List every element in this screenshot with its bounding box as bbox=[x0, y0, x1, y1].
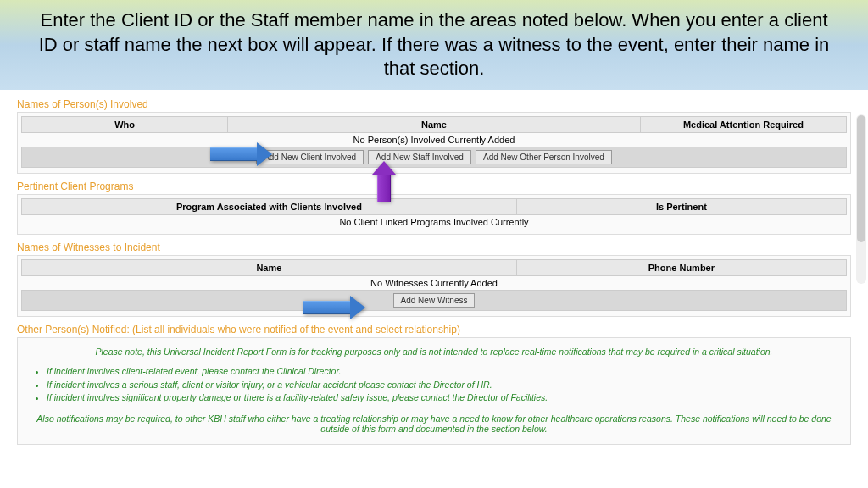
witnesses-section-title: Names of Witnesses to Incident bbox=[17, 238, 851, 255]
scrollbar-thumb[interactable] bbox=[857, 115, 865, 242]
persons-section: Who Name Medical Attention Required No P… bbox=[17, 112, 851, 174]
witnesses-table: Name Phone Number No Witnesses Currently… bbox=[21, 259, 847, 311]
instruction-banner: Enter the Client ID or the Staff member … bbox=[0, 0, 868, 90]
arrow-right-icon bbox=[210, 142, 272, 166]
add-witness-button[interactable]: Add New Witness bbox=[393, 293, 476, 308]
programs-table: Program Associated with Clients Involved… bbox=[21, 198, 847, 229]
arrow-up-icon bbox=[372, 161, 396, 202]
programs-section: Program Associated with Clients Involved… bbox=[17, 194, 851, 235]
scrollbar[interactable] bbox=[856, 114, 866, 284]
persons-table: Who Name Medical Attention Required No P… bbox=[21, 116, 847, 168]
witnesses-section: Name Phone Number No Witnesses Currently… bbox=[17, 255, 851, 317]
add-other-person-button[interactable]: Add New Other Person Involved bbox=[476, 150, 612, 164]
programs-section-title: Pertinent Client Programs bbox=[17, 177, 851, 194]
witnesses-button-row: Add New Witness bbox=[22, 290, 847, 310]
notified-section: Please note, this Universal Incident Rep… bbox=[17, 337, 851, 445]
witnesses-col-phone: Phone Number bbox=[516, 259, 846, 275]
witnesses-col-name: Name bbox=[22, 259, 517, 275]
persons-section-title: Names of Person(s) Involved bbox=[17, 95, 851, 112]
form-content: Names of Person(s) Involved Who Name Med… bbox=[0, 90, 868, 445]
programs-empty: No Client Linked Programs Involved Curre… bbox=[22, 214, 847, 229]
notified-section-title: Other Person(s) Notified: (List all indi… bbox=[17, 320, 851, 337]
persons-col-who: Who bbox=[22, 116, 228, 132]
notified-bullet-1: If incident involves client-related even… bbox=[47, 365, 821, 379]
persons-empty: No Person(s) Involved Currently Added bbox=[22, 132, 847, 147]
instruction-text: Enter the Client ID or the Staff member … bbox=[34, 8, 834, 81]
persons-col-medical: Medical Attention Required bbox=[640, 116, 846, 132]
persons-col-name: Name bbox=[228, 116, 641, 132]
notified-bullet-3: If incident involves significant propert… bbox=[47, 391, 821, 405]
add-client-button[interactable]: Add New Client Involved bbox=[256, 150, 364, 164]
arrow-right-witness-icon bbox=[303, 296, 365, 319]
notified-note2: Also notifications may be required, to o… bbox=[21, 408, 847, 439]
witnesses-empty: No Witnesses Currently Added bbox=[22, 275, 847, 290]
programs-col-pertinent: Is Pertinent bbox=[516, 198, 846, 214]
persons-button-row: Add New Client Involved Add New Staff In… bbox=[22, 147, 847, 167]
notified-bullet-2: If incident involves a serious staff, cl… bbox=[47, 379, 821, 392]
notified-note: Please note, this Universal Incident Rep… bbox=[21, 341, 847, 362]
notified-bullets: If incident involves client-related even… bbox=[21, 362, 847, 408]
programs-col-program: Program Associated with Clients Involved bbox=[22, 198, 517, 214]
